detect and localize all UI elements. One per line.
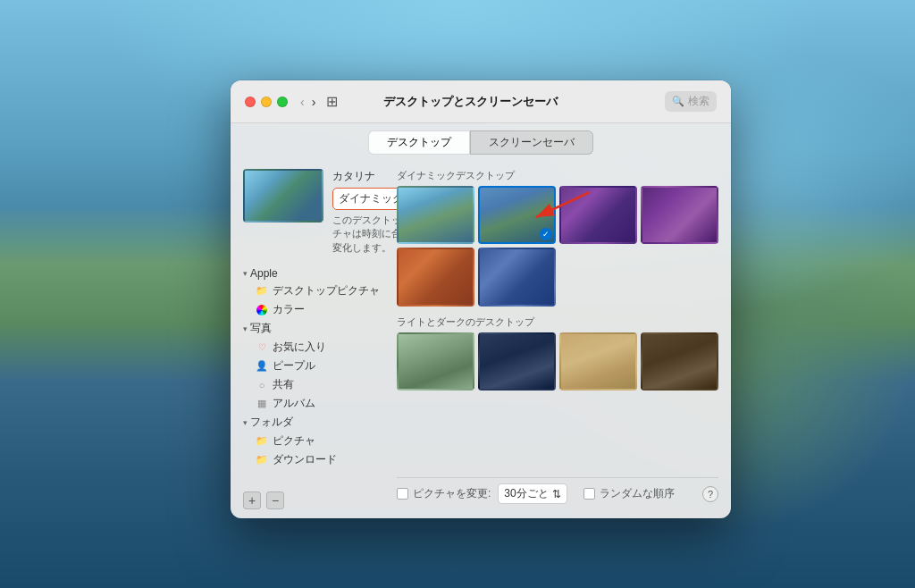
album-icon: ▦ bbox=[256, 398, 268, 410]
content-area: カタリナ ダイナミック ⇅ このデスクトップピクチャは時刻に合わせて変化します。… bbox=[231, 160, 731, 518]
preview-section: カタリナ ダイナミック ⇅ このデスクトップピクチャは時刻に合わせて変化します。 bbox=[243, 169, 386, 255]
item-label: お気に入り bbox=[273, 340, 326, 355]
wallpaper-thumb[interactable] bbox=[478, 248, 556, 306]
tab-screensaver[interactable]: スクリーンセーバ bbox=[470, 130, 593, 155]
section-label-apple: Apple bbox=[250, 267, 278, 280]
sidebar-tree: ▾ Apple 📁 デスクトップピクチャ カラー ▾ 写真 ♡ bbox=[243, 265, 386, 483]
bottom-controls: ピクチャを変更: 30分ごと ⇅ ランダムな順序 ? bbox=[397, 477, 718, 509]
search-box[interactable]: 🔍 検索 bbox=[665, 91, 717, 112]
item-label: 共有 bbox=[273, 377, 294, 392]
search-input[interactable]: 検索 bbox=[688, 94, 709, 109]
wallpaper-thumb[interactable] bbox=[559, 186, 637, 244]
wallpaper-thumb[interactable] bbox=[397, 248, 474, 306]
section-label-folder: フォルダ bbox=[250, 415, 293, 430]
tab-desktop[interactable]: デスクトップ bbox=[368, 130, 470, 155]
minimize-button[interactable] bbox=[261, 97, 272, 107]
help-button[interactable]: ? bbox=[702, 486, 718, 502]
share-icon: ○ bbox=[256, 379, 268, 391]
item-label: アルバム bbox=[273, 396, 315, 411]
wallpaper-thumb[interactable] bbox=[397, 186, 474, 244]
folder-icon: 📁 bbox=[256, 285, 268, 298]
preview-thumbnail bbox=[243, 169, 323, 223]
close-button[interactable] bbox=[245, 97, 256, 107]
wallpaper-thumb[interactable] bbox=[641, 186, 718, 244]
folder-icon: 📁 bbox=[256, 435, 268, 448]
remove-source-button[interactable]: − bbox=[266, 491, 284, 509]
sidebar-section-apple[interactable]: ▾ Apple bbox=[243, 265, 386, 281]
item-label: デスクトップピクチャ bbox=[273, 283, 380, 298]
random-order-control: ランダムな順序 bbox=[583, 486, 675, 501]
wallpaper-thumb[interactable] bbox=[559, 332, 637, 391]
wallpaper-thumb[interactable] bbox=[478, 186, 556, 244]
search-icon: 🔍 bbox=[672, 96, 684, 107]
dynamic-wallpaper-grid bbox=[397, 186, 718, 307]
item-label: カラー bbox=[273, 302, 305, 317]
wallpaper-thumb[interactable] bbox=[397, 332, 474, 391]
color-wheel-icon bbox=[256, 304, 268, 316]
change-picture-control: ピクチャを変更: bbox=[397, 486, 491, 501]
titlebar: ‹ › ⊞ デスクトップとスクリーンセーバ 🔍 検索 bbox=[231, 80, 731, 123]
light-dark-wallpaper-grid bbox=[397, 332, 718, 391]
chevron-icon: ▾ bbox=[243, 269, 248, 278]
wallpaper-thumb[interactable] bbox=[478, 332, 556, 391]
dynamic-section-title: ダイナミックデスクトップ bbox=[397, 169, 718, 182]
tab-bar: デスクトップ スクリーンセーバ bbox=[231, 123, 731, 160]
window-title: デスクトップとスクリーンセーバ bbox=[275, 94, 665, 110]
heart-icon: ♡ bbox=[256, 341, 268, 354]
sidebar-item-downloads[interactable]: 📁 ダウンロード bbox=[243, 450, 386, 469]
item-label: ピープル bbox=[273, 358, 315, 374]
random-order-checkbox[interactable] bbox=[583, 488, 595, 500]
interval-arrow-icon: ⇅ bbox=[552, 488, 561, 500]
main-content: ダイナミックデスクトップ ライトとダークのデスクトップ bbox=[397, 169, 718, 509]
person-icon: 👤 bbox=[256, 360, 268, 373]
preferences-window: ‹ › ⊞ デスクトップとスクリーンセーバ 🔍 検索 デスクトップ スクリーンセ… bbox=[231, 80, 731, 518]
wallpaper-thumb[interactable] bbox=[641, 332, 718, 391]
sidebar-item-favorites[interactable]: ♡ お気に入り bbox=[243, 338, 386, 357]
sidebar-item-pictures[interactable]: 📁 ピクチャ bbox=[243, 432, 386, 450]
sidebar-item-people[interactable]: 👤 ピープル bbox=[243, 357, 386, 375]
sidebar-section-folder[interactable]: ▾ フォルダ bbox=[243, 413, 386, 432]
item-label: ピクチャ bbox=[273, 433, 315, 449]
sidebar-section-photos[interactable]: ▾ 写真 bbox=[243, 319, 386, 338]
chevron-icon: ▾ bbox=[243, 418, 248, 427]
interval-dropdown[interactable]: 30分ごと ⇅ bbox=[498, 483, 567, 504]
dropdown-value: ダイナミック bbox=[339, 191, 403, 206]
section-label-photos: 写真 bbox=[250, 321, 272, 336]
light-dark-section: ライトとダークのデスクトップ bbox=[397, 315, 718, 391]
sidebar: カタリナ ダイナミック ⇅ このデスクトップピクチャは時刻に合わせて変化します。… bbox=[243, 169, 386, 509]
sidebar-item-desktop-pictures[interactable]: 📁 デスクトップピクチャ bbox=[243, 281, 386, 300]
folder-icon: 📁 bbox=[256, 454, 268, 466]
sidebar-bottom-buttons: + − bbox=[243, 486, 386, 509]
item-label: ダウンロード bbox=[273, 452, 337, 467]
add-source-button[interactable]: + bbox=[243, 491, 261, 509]
sidebar-item-shared[interactable]: ○ 共有 bbox=[243, 375, 386, 394]
light-dark-section-title: ライトとダークのデスクトップ bbox=[397, 315, 718, 329]
sidebar-item-color[interactable]: カラー bbox=[243, 300, 386, 319]
chevron-icon: ▾ bbox=[243, 324, 248, 333]
random-order-label: ランダムな順序 bbox=[600, 486, 675, 501]
dynamic-desktop-section: ダイナミックデスクトップ bbox=[397, 169, 718, 307]
change-picture-checkbox[interactable] bbox=[397, 488, 408, 500]
interval-value: 30分ごと bbox=[504, 486, 548, 501]
change-picture-label: ピクチャを変更: bbox=[413, 486, 491, 501]
sidebar-item-albums[interactable]: ▦ アルバム bbox=[243, 394, 386, 413]
